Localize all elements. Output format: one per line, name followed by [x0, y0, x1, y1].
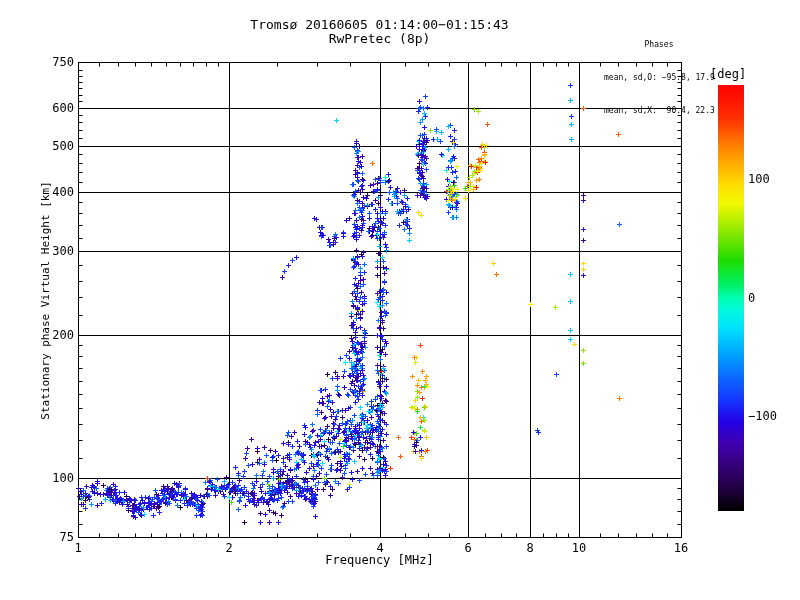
phase-stats-header: Phases	[604, 39, 714, 50]
colorbar-tick-label: 100	[748, 172, 792, 186]
y-tick-label: 75	[38, 530, 74, 544]
y-tick-label: 600	[38, 101, 74, 115]
colorbar-tick-label: −100	[748, 409, 792, 423]
x-tick-label: 10	[561, 541, 597, 555]
x-tick-label: 2	[211, 541, 247, 555]
y-tick-label: 200	[38, 328, 74, 342]
x-tick-label: 4	[362, 541, 398, 555]
x-axis-label: Frequency [MHz]	[78, 553, 681, 567]
colorbar-label: [deg]	[710, 67, 746, 81]
y-tick-label: 300	[38, 244, 74, 258]
y-axis-label: Stationary phase Virtual Height [km]	[39, 171, 52, 431]
y-tick-label: 400	[38, 185, 74, 199]
y-tick-label: 100	[38, 471, 74, 485]
chart-title: Tromsø 20160605 01:14:00−01:15:43	[78, 17, 681, 32]
colorbar-tick-label: 0	[748, 291, 792, 305]
chart-subtitle: RwPretec (8p)	[78, 31, 681, 46]
x-tick-label: 8	[512, 541, 548, 555]
x-tick-label: 16	[663, 541, 699, 555]
phase-stats-x-mode: mean, sd,X: 90.4, 22.3	[604, 105, 754, 116]
y-tick-label: 500	[38, 139, 74, 153]
ionogram-page: Tromsø 20160605 01:14:00−01:15:43 RwPret…	[0, 0, 800, 600]
x-tick-label: 6	[450, 541, 486, 555]
y-tick-label: 750	[38, 55, 74, 69]
